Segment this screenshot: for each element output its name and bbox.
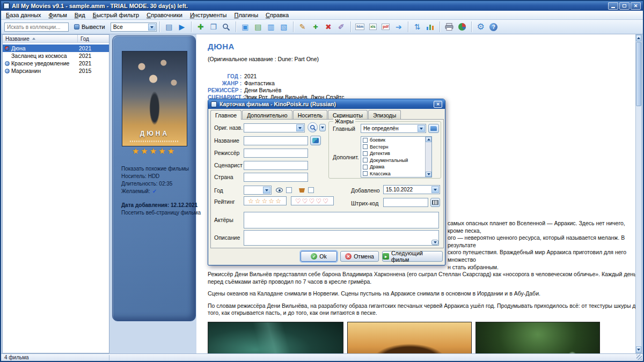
genre-checkbox[interactable] [363, 151, 368, 156]
menu-movie[interactable]: Фильм [45, 11, 71, 19]
scroll-down-arrow[interactable] [426, 172, 431, 177]
scroll-up-arrow[interactable] [636, 35, 641, 41]
close-button[interactable]: ✕ [631, 2, 641, 10]
play-movie-button[interactable]: ▶ [175, 20, 188, 33]
web-page-link[interactable]: Посетить веб-страницу фильма [121, 210, 201, 216]
maximize-button[interactable] [619, 2, 630, 10]
column-header-year[interactable]: Год [78, 35, 109, 42]
import-movie-button[interactable]: ▥ [265, 20, 277, 33]
eye-icon[interactable] [276, 188, 283, 193]
similar-movies-link[interactable]: Показать похожие фильмы [121, 166, 189, 172]
movie-poster[interactable]: ДЮНА [122, 51, 187, 146]
genre-list-button[interactable] [428, 124, 439, 133]
wishlist-checkbox[interactable] [308, 187, 314, 193]
minimize-button[interactable] [608, 2, 618, 10]
barcode-scan-button[interactable] [430, 198, 440, 207]
rating-stars-input[interactable]: ☆☆☆☆☆ [244, 196, 287, 205]
filter-combo[interactable]: Все [111, 23, 157, 32]
menu-database[interactable]: База данных [2, 11, 45, 19]
barcode-input[interactable] [383, 198, 428, 207]
genre-option[interactable]: Детектив [361, 150, 431, 157]
actors-input[interactable] [244, 212, 439, 228]
seen-checkbox[interactable] [286, 187, 292, 193]
rating-hearts-input[interactable]: ♡♡♡♡♡ [291, 196, 334, 205]
genre-option[interactable]: боевик [361, 137, 431, 144]
export-pdf-button[interactable]: pdf [379, 20, 392, 33]
add-movie-button[interactable]: ✚ [194, 20, 207, 33]
year-combo[interactable] [244, 186, 272, 195]
basket-icon[interactable] [299, 188, 305, 193]
search-options-button[interactable] [319, 124, 326, 131]
copy-movie-button[interactable]: ❐ [207, 20, 220, 33]
dropdown-arrow-icon[interactable] [296, 124, 304, 131]
genre-checkbox[interactable] [363, 158, 368, 162]
genre-listbox[interactable]: боевик Вестерн Детектив Документальный Д… [361, 136, 432, 178]
screenshot-thumbnail-3[interactable] [475, 322, 600, 353]
rating-stars[interactable]: ★★★★★ [113, 146, 195, 156]
menu-plugins[interactable]: Плагины [230, 11, 262, 19]
genre-option[interactable]: Драма [361, 164, 431, 171]
save-movie-button[interactable]: ▤ [252, 20, 265, 33]
list-item-red-notice[interactable]: Красное уведомление 2021 [3, 60, 109, 67]
find-movie-button[interactable]: ▧ [277, 20, 290, 33]
list-item-dune[interactable]: Дюна 2021 [3, 45, 109, 52]
dropdown-arrow-icon[interactable] [263, 187, 270, 194]
add-field-button[interactable]: ✚ [309, 20, 322, 33]
genre-checkbox[interactable] [363, 165, 368, 169]
director-input[interactable] [244, 149, 308, 158]
menu-view[interactable]: Вид [71, 11, 89, 19]
genre-checkbox[interactable] [363, 144, 368, 149]
scrollbar-thumb[interactable] [636, 42, 641, 106]
country-input[interactable] [244, 173, 308, 182]
cancel-button[interactable]: ✕ Отмена [340, 251, 379, 262]
export-html-button[interactable]: htm [354, 20, 367, 33]
genre-option[interactable]: Документальный [361, 157, 431, 164]
content-scrollbar[interactable] [635, 34, 642, 353]
genre-scrollbar[interactable] [425, 137, 431, 177]
menu-tools[interactable]: Инструменты [186, 11, 231, 19]
dropdown-arrow-icon[interactable] [418, 125, 425, 132]
genre-option[interactable]: Вестерн [361, 144, 431, 151]
card-view-button[interactable]: ▤ [163, 20, 175, 33]
pen-button[interactable]: ✐ [335, 20, 348, 33]
list-item-resident-alien[interactable]: Засланец из космоса 2021 [3, 52, 109, 60]
screenshot-thumbnail-2[interactable] [347, 322, 472, 353]
dialog-close-button[interactable]: ✕ [434, 101, 442, 108]
sort-button[interactable]: ⇅ [411, 20, 424, 33]
tab-additional[interactable]: Дополнительно [242, 110, 292, 119]
date-added-combo[interactable]: 15.10.2022 [383, 185, 440, 194]
original-name-combo[interactable] [244, 123, 305, 132]
pie-chart-button[interactable] [456, 20, 469, 33]
delete-movie-button[interactable]: ✖ [322, 20, 335, 33]
search-input[interactable] [4, 23, 69, 32]
dropdown-arrow-icon[interactable] [431, 186, 439, 193]
genre-checkbox[interactable] [363, 138, 368, 143]
description-input[interactable] [244, 230, 439, 246]
tab-media[interactable]: Носитель [293, 110, 327, 119]
print-button[interactable] [443, 20, 456, 33]
filter-dropdown-arrow[interactable] [148, 24, 156, 31]
help-button[interactable]: ? [487, 20, 500, 33]
menu-references[interactable]: Справочники [143, 11, 186, 19]
statistics-button[interactable] [424, 20, 437, 33]
resize-grip[interactable] [636, 354, 642, 360]
title-input[interactable] [244, 136, 308, 145]
genre-option[interactable]: Классика [361, 171, 431, 178]
genre-checkbox[interactable] [363, 171, 368, 176]
next-movie-button[interactable]: ▸ Следующий фильм [382, 251, 443, 262]
menu-help[interactable]: Справка [262, 11, 292, 19]
search-online-button[interactable] [308, 122, 318, 132]
add-wizard-button[interactable]: ▣ [239, 20, 252, 33]
list-item-martian[interactable]: Марсианин 2015 [3, 67, 109, 75]
expand-description-button[interactable] [431, 240, 438, 245]
column-header-title[interactable]: Название [3, 35, 78, 42]
search-movie-button[interactable] [220, 20, 233, 33]
tab-episodes[interactable]: Эпизоды [368, 110, 401, 119]
translate-button[interactable] [310, 136, 321, 145]
settings-button[interactable]: ⚙ [474, 20, 487, 33]
output-button[interactable]: Вывести [71, 21, 108, 32]
scroll-up-arrow[interactable] [426, 137, 431, 142]
tab-main[interactable]: Главное [210, 110, 241, 120]
export-excel-button[interactable]: xls [367, 20, 379, 33]
screenshot-thumbnail-1[interactable] [208, 322, 343, 353]
